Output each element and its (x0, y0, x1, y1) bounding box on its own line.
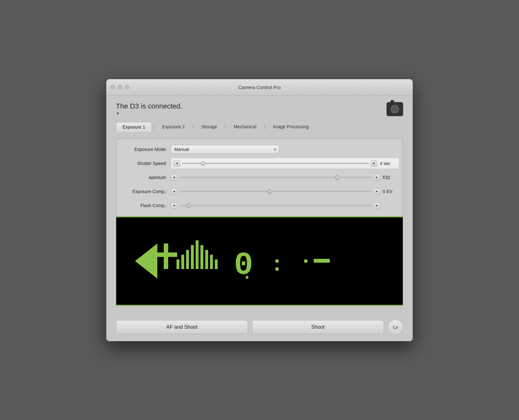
shutter-speed-value: 4 sec (377, 161, 396, 166)
maximize-button[interactable] (125, 85, 129, 89)
af-and-shoot-button[interactable]: AF and Shoot (116, 320, 248, 334)
exposure-mode-select[interactable]: Manual Aperture Priority Shutter Priorit… (171, 145, 279, 154)
svg-rect-17 (314, 259, 330, 263)
minimize-button[interactable] (118, 85, 122, 89)
svg-text:0: 0 (234, 247, 253, 283)
tab-bar: Exposure 1 | Exposure 2 | Storage | Mech… (116, 122, 403, 132)
exposure-comp-thumb[interactable] (267, 188, 273, 194)
svg-rect-10 (210, 255, 213, 269)
status-row: The D3 is connected. ▼ (116, 102, 403, 121)
shutter-speed-thumb[interactable] (201, 161, 205, 166)
svg-rect-7 (196, 240, 199, 269)
svg-rect-3 (177, 259, 179, 269)
close-button[interactable] (111, 85, 115, 89)
connection-status: The D3 is connected. ▼ (116, 102, 182, 121)
lcd-svg: 0 (135, 224, 384, 298)
application-window: Camera Control Pro The D3 is connected. … (106, 79, 413, 341)
connected-text: The D3 is connected. (116, 102, 182, 110)
svg-rect-15 (275, 267, 279, 271)
shutter-speed-decrease-button[interactable]: ◀ (174, 160, 180, 167)
aperture-thumb[interactable] (334, 174, 340, 180)
controls-panel: Exposure Mode: Manual Aperture Priority … (116, 138, 403, 306)
svg-rect-9 (205, 250, 208, 269)
tab-image-processing[interactable]: Image Processing (267, 122, 315, 131)
desktop-background: Camera Control Pro The D3 is connected. … (0, 0, 519, 420)
tab-mechanical[interactable]: Mechanical (227, 122, 263, 131)
flash-comp-row: Flash Comp.: ◀ ▶ (120, 200, 399, 211)
flash-comp-decrease-button[interactable]: ◀ (171, 202, 177, 209)
exposure-comp-decrease-button[interactable]: ◀ (171, 188, 177, 195)
shutter-speed-slider-row: ◀ ▶ 4 sec (171, 158, 399, 169)
flash-comp-slider-row: ◀ ▶ (171, 202, 399, 209)
aperture-slider-row: ◀ ▶ f/32 (171, 174, 399, 181)
shoot-button[interactable]: Shoot (252, 320, 384, 334)
svg-rect-8 (200, 245, 203, 269)
svg-marker-0 (135, 244, 157, 279)
flash-comp-label: Flash Comp.: (120, 203, 171, 208)
tab-exposure2[interactable]: Exposure 2 (156, 122, 191, 131)
flash-comp-increase-button[interactable]: ▶ (374, 202, 380, 209)
flash-comp-thumb[interactable] (186, 202, 192, 208)
window-title: Camera Control Pro (238, 85, 281, 90)
svg-rect-16 (304, 259, 307, 263)
main-content: The D3 is connected. ▼ Exposure 1 | Expo… (106, 96, 413, 314)
exposure-comp-increase-button[interactable]: ▶ (374, 188, 380, 195)
status-dropdown-arrow[interactable]: ▼ (116, 111, 120, 116)
svg-rect-4 (181, 255, 184, 269)
svg-rect-5 (186, 250, 189, 269)
exposure-comp-value: 0 EV (380, 189, 399, 194)
svg-rect-14 (275, 259, 279, 263)
shutter-speed-increase-button[interactable]: ▶ (371, 160, 377, 167)
svg-rect-13 (246, 276, 248, 279)
exposure-mode-row: Exposure Mode: Manual Aperture Priority … (120, 144, 399, 155)
aperture-value: f/32 (380, 175, 399, 180)
exposure-comp-label: Exposure Comp.: (120, 189, 171, 194)
aperture-row: Aperture: ◀ ▶ f/32 (120, 172, 399, 183)
lv-button[interactable]: Lv (388, 319, 403, 335)
exposure-mode-label: Exposure Mode: (120, 147, 171, 152)
aperture-increase-button[interactable]: ▶ (374, 174, 380, 181)
bottom-buttons-group: AF and Shoot Shoot (116, 320, 384, 334)
tab-exposure1[interactable]: Exposure 1 (116, 122, 152, 132)
exposure-comp-row: Exposure Comp.: ◀ ▶ 0 EV (120, 186, 399, 197)
shutter-speed-slider-container: ◀ ▶ (174, 160, 377, 167)
shutter-speed-label: Shutter Speed: (120, 161, 171, 166)
bottom-area: AF and Shoot Shoot Lv (106, 314, 413, 341)
aperture-decrease-button[interactable]: ◀ (171, 174, 177, 181)
controls-area: Exposure Mode: Manual Aperture Priority … (116, 139, 403, 216)
flash-comp-track[interactable] (179, 205, 372, 206)
aperture-label: Aperture: (120, 175, 171, 180)
camera-icon (387, 102, 403, 116)
tab-storage[interactable]: Storage (195, 122, 223, 131)
traffic-lights (111, 85, 129, 89)
exposure-comp-slider-row: ◀ ▶ 0 EV (171, 188, 399, 195)
viewfinder-display: 0 (116, 216, 403, 306)
titlebar: Camera Control Pro (106, 79, 413, 96)
shutter-speed-track[interactable] (182, 163, 369, 164)
viewfinder-content: 0 (116, 217, 403, 305)
svg-rect-6 (191, 245, 194, 269)
exposure-mode-select-wrapper: Manual Aperture Priority Shutter Priorit… (171, 145, 279, 154)
svg-rect-2 (155, 252, 177, 257)
svg-rect-11 (215, 259, 218, 269)
exposure-comp-track[interactable] (179, 191, 372, 192)
shutter-speed-row: Shutter Speed: ◀ ▶ 4 sec (120, 158, 399, 169)
aperture-track[interactable] (179, 177, 372, 178)
